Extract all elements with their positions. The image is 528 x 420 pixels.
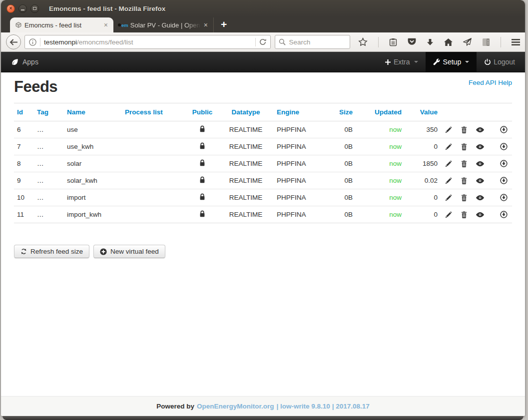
cell-datatype: REALTIME xyxy=(218,121,274,138)
caret-down-icon xyxy=(414,61,418,63)
eye-icon[interactable] xyxy=(476,178,484,183)
tab-emoncms[interactable]: Emoncms - feed list × xyxy=(10,17,113,32)
header-name: Name xyxy=(64,103,122,121)
plus-circle-icon xyxy=(100,248,107,255)
trash-icon[interactable] xyxy=(461,194,467,201)
download-circle-icon[interactable] xyxy=(500,126,508,133)
header-size: Size xyxy=(320,103,356,121)
table-row[interactable]: 7 … use_kwh REALTIME PHPFINA 0B now 0 xyxy=(14,138,512,155)
download-circle-icon[interactable] xyxy=(500,177,508,184)
send-icon[interactable] xyxy=(463,38,472,46)
cell-value: 0 xyxy=(405,138,441,155)
eye-icon[interactable] xyxy=(476,195,484,200)
cell-value: 350 xyxy=(405,121,441,138)
feed-api-help-link[interactable]: Feed API Help xyxy=(469,79,512,86)
cell-size: 0B xyxy=(320,189,356,206)
header-tag: Tag xyxy=(34,103,64,121)
trash-icon[interactable] xyxy=(461,160,467,167)
toolbar-icons xyxy=(358,37,520,47)
plus-icon xyxy=(385,59,391,65)
star-icon[interactable] xyxy=(358,37,368,47)
back-icon[interactable] xyxy=(6,34,21,49)
pocket-icon[interactable] xyxy=(408,38,416,46)
tab-close-icon[interactable]: × xyxy=(203,21,209,28)
pencil-icon[interactable] xyxy=(445,194,452,201)
refresh-icon xyxy=(20,248,27,255)
browser-window: × Emoncms - feed list - Mozilla Firefox … xyxy=(1,0,525,416)
cell-tag: … xyxy=(34,121,64,138)
page-icon[interactable] xyxy=(482,38,490,46)
download-circle-icon[interactable] xyxy=(500,194,508,201)
cell-name: solar xyxy=(64,155,122,172)
pencil-icon[interactable] xyxy=(445,177,452,184)
cell-process-list xyxy=(122,189,187,206)
trash-icon[interactable] xyxy=(461,211,467,218)
cell-tag: … xyxy=(34,172,64,189)
download-icon[interactable] xyxy=(427,38,434,46)
table-row[interactable]: 11 … import_kwh REALTIME PHPFINA 0B now … xyxy=(14,206,512,223)
pencil-icon[interactable] xyxy=(445,126,452,133)
trash-icon[interactable] xyxy=(461,177,467,184)
caret-down-icon xyxy=(465,61,469,63)
header-value: Value xyxy=(405,103,441,121)
download-circle-icon[interactable] xyxy=(500,160,508,167)
cell-updated: now xyxy=(356,138,405,155)
tab-close-icon[interactable]: × xyxy=(103,21,109,28)
pencil-icon[interactable] xyxy=(445,143,452,150)
leaf-icon xyxy=(11,58,18,66)
search-box[interactable] xyxy=(275,35,350,49)
minimize-icon[interactable] xyxy=(18,4,27,13)
version-info: | low-write 9.8.10 | 2017.08.17 xyxy=(277,403,370,410)
eye-icon[interactable] xyxy=(476,127,484,132)
nav-item-apps[interactable]: Apps xyxy=(11,58,38,66)
cell-engine: PHPFINA xyxy=(274,121,320,138)
reload-icon[interactable] xyxy=(259,38,266,45)
pencil-icon[interactable] xyxy=(445,160,452,167)
page-content: Feeds Feed API Help Id Tag Name Process … xyxy=(1,72,525,396)
powered-by-label: Powered by xyxy=(156,403,194,410)
table-row[interactable]: 6 … use REALTIME PHPFINA 0B now 350 xyxy=(14,121,512,138)
url-text: testemonpi/emoncms/feed/list xyxy=(44,38,133,46)
openenergymonitor-link[interactable]: OpenEnergyMonitor.org xyxy=(197,403,274,410)
eye-icon[interactable] xyxy=(476,212,484,217)
info-icon[interactable] xyxy=(29,38,36,46)
url-bar[interactable]: testemonpi/emoncms/feed/list xyxy=(24,35,271,49)
tab-solar-pv-guide[interactable]: em Solar PV - Guide | Open × xyxy=(113,17,214,32)
maximize-icon[interactable] xyxy=(30,4,39,13)
power-icon xyxy=(484,58,491,65)
lock-icon xyxy=(187,121,218,138)
eye-icon[interactable] xyxy=(476,161,484,166)
new-tab-button[interactable]: + xyxy=(221,19,227,29)
cell-datatype: REALTIME xyxy=(218,189,274,206)
cell-value: 0.02 xyxy=(405,172,441,189)
table-row[interactable]: 10 … import REALTIME PHPFINA 0B now 0 xyxy=(14,189,512,206)
cell-id: 11 xyxy=(14,206,34,223)
new-virtual-feed-button[interactable]: New virtual feed xyxy=(93,245,165,258)
close-icon[interactable]: × xyxy=(6,4,15,13)
cell-engine: PHPFINA xyxy=(274,155,320,172)
home-icon[interactable] xyxy=(444,38,453,46)
download-circle-icon[interactable] xyxy=(500,211,508,218)
cell-size: 0B xyxy=(320,155,356,172)
pencil-icon[interactable] xyxy=(445,211,452,218)
table-row[interactable]: 9 … solar_kwh REALTIME PHPFINA 0B now 0.… xyxy=(14,172,512,189)
header-process-list: Process list xyxy=(122,103,187,121)
search-input[interactable] xyxy=(289,38,344,46)
trash-icon[interactable] xyxy=(461,126,467,133)
download-circle-icon[interactable] xyxy=(500,143,508,150)
cell-process-list xyxy=(122,172,187,189)
menu-icon[interactable] xyxy=(512,39,520,45)
table-row[interactable]: 8 … solar REALTIME PHPFINA 0B now 1850 xyxy=(14,155,512,172)
nav-item-logout[interactable]: Logout xyxy=(477,52,525,72)
bookmarks-icon[interactable] xyxy=(389,38,397,46)
nav-item-setup[interactable]: Setup xyxy=(426,52,477,72)
refresh-feed-size-button[interactable]: Refresh feed size xyxy=(14,245,89,258)
cell-name: import xyxy=(64,189,122,206)
nav-item-extra[interactable]: Extra xyxy=(378,52,426,72)
header-datatype: Datatype xyxy=(218,103,274,121)
cell-process-list xyxy=(122,155,187,172)
cell-value: 1850 xyxy=(405,155,441,172)
trash-icon[interactable] xyxy=(461,143,467,150)
eye-icon[interactable] xyxy=(476,144,484,149)
tab-title: Solar PV - Guide | Open xyxy=(130,21,201,29)
